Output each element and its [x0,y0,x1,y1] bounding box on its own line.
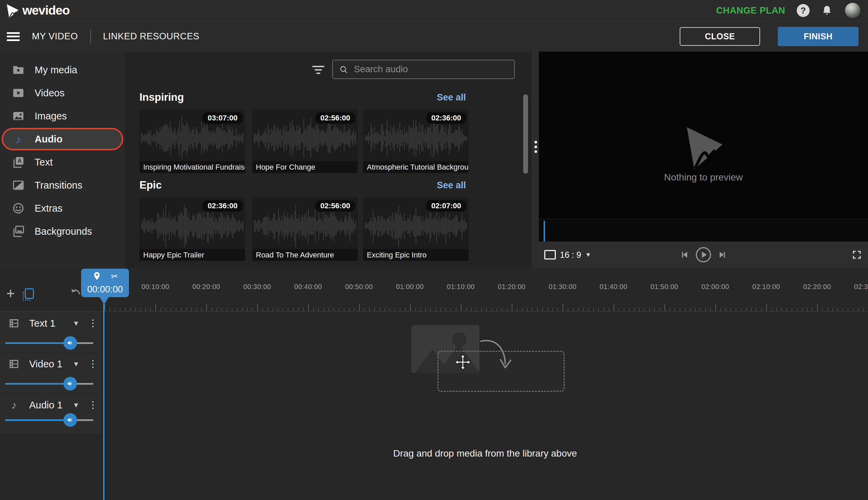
sidebar-item-label: Extras [35,203,63,214]
volume-thumb[interactable] [64,336,77,350]
ruler-label: 01:40:00 [588,283,639,291]
tab-my-video[interactable]: MY VIDEO [32,31,78,42]
chevron-down-icon[interactable]: ▼ [72,319,79,327]
seek-playhead[interactable] [544,221,545,242]
svg-text:A: A [18,158,22,164]
track-label: Video 1 [29,359,72,370]
filter-icon[interactable] [312,66,326,76]
timeline-ruler[interactable]: 00:10:0000:20:0000:30:0000:40:0000:50:00… [0,268,868,312]
sidebar-item-label: My media [35,65,77,76]
hamburger-menu-icon[interactable] [7,32,20,41]
track-label: Audio 1 [29,400,72,411]
audio-card[interactable]: 02:56:00Road To The Adventure [252,197,358,261]
sidebar-item-audio[interactable]: ♪Audio [0,127,125,151]
audio-card-title: Happy Epic Trailer [139,249,245,261]
sidebar-item-transitions[interactable]: Transitions [0,174,125,197]
close-button[interactable]: CLOSE [680,27,760,46]
text-icon: A [12,156,24,168]
search-input[interactable] [353,64,514,75]
change-plan-link[interactable]: CHANGE PLAN [716,5,785,16]
section-title: Inspiring [139,91,184,103]
sidebar-item-my-media[interactable]: My media [0,58,125,81]
track-headers: Text 1▼⋮Video 1▼⋮♪Audio 1▼⋮ [0,312,102,435]
sidebar-item-label: Videos [35,88,65,99]
duration-badge: 02:07:00 [426,200,466,212]
skip-forward-button[interactable] [718,250,727,260]
duration-badge: 02:56:00 [315,200,355,212]
audio-card-title: Atmospheric Tutorial Background [363,161,469,173]
sidebar-item-videos[interactable]: Videos [0,81,125,104]
preview-seek-bar[interactable] [539,219,868,242]
section-title: Epic [139,179,161,191]
audio-card[interactable]: 02:36:00Atmospheric Tutorial Background [363,110,469,173]
audio-card[interactable]: 02:07:00Exciting Epic Intro [363,197,469,261]
sidebar-item-label: Transitions [35,180,82,191]
audio-card[interactable]: 03:07:00Inspiring Motivational Fundraise… [139,110,245,173]
media-sidebar: My mediaVideosImages♪AudioATextTransitio… [0,52,125,268]
film-strip-icon [8,358,20,370]
track-row-text-1: Text 1▼⋮ [0,312,102,352]
ruler-label: 02:20:00 [792,283,843,291]
sidebar-item-text[interactable]: AText [0,151,125,174]
audio-card-title: Exciting Epic Intro [363,249,469,261]
menubar-left: MY VIDEO LINKED RESOURCES [7,21,200,52]
sidebar-item-backgrounds[interactable]: Backgrounds [0,220,125,243]
see-all-link[interactable]: See all [437,92,466,103]
logo-text: wevideo [22,3,70,18]
smiley-icon [12,202,24,214]
kebab-menu-icon[interactable]: ⋮ [88,400,98,410]
fullscreen-icon[interactable] [852,250,862,260]
wevideo-logo[interactable]: wevideo [0,3,70,18]
top-bar: wevideo CHANGE PLAN ? [0,0,868,21]
curved-arrow-icon [479,337,513,378]
panel-resize-handle[interactable] [532,52,539,268]
section-header: InspiringSee all [139,90,466,104]
audio-card-title: Road To The Adventure [252,249,358,261]
play-button[interactable] [695,247,712,263]
track-row-audio-1: ♪Audio 1▼⋮ [0,394,102,435]
help-button[interactable]: ? [797,4,810,17]
chevron-down-icon[interactable]: ▼ [72,401,79,409]
music-note-icon: ♪ [8,399,20,411]
search-icon [339,65,349,74]
timeline-lanes[interactable]: Drag and drop media from the library abo… [102,312,868,500]
kebab-menu-icon[interactable]: ⋮ [88,319,98,328]
scissors-icon[interactable]: ✂ [110,271,119,282]
ruler-label: 01:10:00 [435,283,486,291]
volume-thumb[interactable] [64,413,77,427]
sidebar-item-extras[interactable]: Extras [0,197,125,220]
user-avatar[interactable] [844,2,861,19]
ruler-label: 00:10:00 [130,283,181,291]
wevideo-play-icon [5,4,19,17]
video-icon [12,87,24,99]
sidebar-item-images[interactable]: Images [0,104,125,127]
see-all-link[interactable]: See all [437,180,466,191]
menubar-right: CLOSE FINISH [680,21,858,52]
library-scrollbar[interactable] [523,94,528,174]
move-cursor-icon [453,353,472,373]
volume-slider[interactable] [5,413,93,427]
playhead-time: 00:00:00 [81,284,129,295]
audio-card[interactable]: 02:36:00Happy Epic Trailer [139,197,245,261]
chevron-down-icon[interactable]: ▼ [72,360,79,368]
skip-back-button[interactable] [680,250,689,260]
marker-pin-icon[interactable] [92,271,101,281]
search-box [332,60,515,79]
ruler-label: 01:20:00 [486,283,537,291]
tab-linked-resources[interactable]: LINKED RESOURCES [103,31,200,42]
sidebar-item-label: Backgrounds [35,226,92,237]
volume-slider[interactable] [5,377,93,390]
ruler-label: 01:30:00 [537,283,588,291]
playhead-line[interactable] [103,303,104,500]
finish-button[interactable]: FINISH [778,27,858,46]
kebab-menu-icon[interactable]: ⋮ [88,359,98,369]
notifications-bell-icon[interactable] [821,5,833,16]
audio-card[interactable]: 02:56:00Hope For Change [252,110,358,173]
backgrounds-icon [12,225,24,237]
volume-thumb[interactable] [64,377,77,390]
ruler-label: 00:40:00 [283,283,334,291]
menu-divider [90,29,91,44]
playhead-badge[interactable]: ✂ 00:00:00 [81,269,129,297]
content-area: My mediaVideosImages♪AudioATextTransitio… [0,52,868,268]
volume-slider[interactable] [5,336,93,350]
